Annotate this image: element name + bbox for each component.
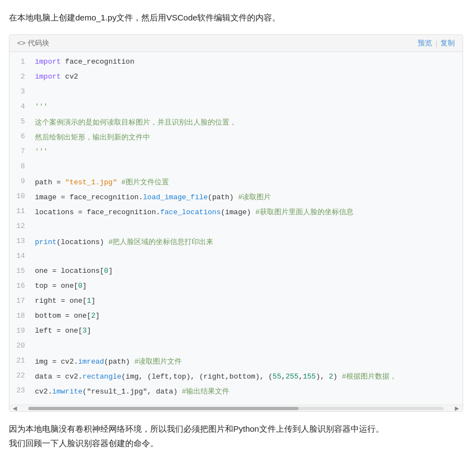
intro-text: 在本地电脑上创建demo_1.py文件，然后用VSCode软件编辑文件的内容。 bbox=[9, 11, 463, 24]
table-row: 18bottom = one[2] bbox=[9, 311, 463, 325]
line-code: path = "test_1.jpg" #图片文件位置 bbox=[33, 176, 463, 191]
line-code: image = face_recognition.load_image_file… bbox=[33, 191, 463, 206]
code-area: 1import face_recognition2import cv23 4''… bbox=[9, 52, 463, 405]
table-row: 5这个案例演示的是如何读取目标图片，并且识别出人脸的位置， bbox=[9, 116, 463, 131]
scrollbar-thumb bbox=[28, 407, 299, 410]
line-code: import face_recognition bbox=[33, 56, 463, 71]
table-row: 21img = cv2.imread(path) #读取图片文件 bbox=[9, 355, 463, 370]
table-row: 12 bbox=[9, 221, 463, 236]
line-code: one = locations[0] bbox=[33, 266, 463, 281]
table-row: 10image = face_recognition.load_image_fi… bbox=[9, 191, 463, 206]
line-code: ''' bbox=[33, 146, 463, 161]
scrollbar-area: ◀ ▶ bbox=[9, 405, 463, 411]
table-row: 13print(locations) #把人脸区域的坐标信息打印出来 bbox=[9, 236, 463, 251]
line-code: 这个案例演示的是如何读取目标图片，并且识别出人脸的位置， bbox=[33, 116, 463, 131]
line-code: img = cv2.imread(path) #读取图片文件 bbox=[33, 355, 463, 370]
line-code: import cv2 bbox=[33, 71, 463, 86]
code-block-actions: 预览 | 复制 bbox=[418, 38, 455, 48]
table-row: 14 bbox=[9, 251, 463, 266]
line-number: 4 bbox=[9, 101, 33, 116]
line-code: ''' bbox=[33, 101, 463, 116]
table-row: 2import cv2 bbox=[9, 71, 463, 86]
line-number: 21 bbox=[9, 355, 33, 370]
line-code: bottom = one[2] bbox=[33, 311, 463, 325]
line-number: 19 bbox=[9, 325, 33, 340]
line-code bbox=[33, 86, 463, 101]
line-number: 13 bbox=[9, 236, 33, 251]
line-code: left = one[3] bbox=[33, 325, 463, 340]
line-number: 11 bbox=[9, 206, 33, 221]
code-table: 1import face_recognition2import cv23 4''… bbox=[9, 56, 463, 400]
line-code bbox=[33, 161, 463, 176]
table-row: 11locations = face_recognition.face_loca… bbox=[9, 206, 463, 221]
line-number: 16 bbox=[9, 281, 33, 296]
line-code: cv2.imwrite("result_1.jpg", data) #输出结果文… bbox=[33, 385, 463, 400]
line-number: 8 bbox=[9, 161, 33, 176]
table-row: 3 bbox=[9, 86, 463, 101]
outro-line1: 因为本地电脑没有卷积神经网络环境，所以我们必须把图片和Python文件上传到人脸… bbox=[9, 422, 463, 436]
preview-button[interactable]: 预览 bbox=[418, 39, 432, 47]
table-row: 8 bbox=[9, 161, 463, 176]
line-number: 10 bbox=[9, 191, 33, 206]
copy-button[interactable]: 复制 bbox=[440, 39, 455, 47]
line-code bbox=[33, 340, 463, 355]
line-code: top = one[0] bbox=[33, 281, 463, 296]
outro-line2: 我们回顾一下人脸识别容器创建的命令。 bbox=[9, 436, 463, 451]
table-row: 16top = one[0] bbox=[9, 281, 463, 296]
table-row: 7''' bbox=[9, 146, 463, 161]
scrollbar-track[interactable] bbox=[28, 407, 444, 410]
line-code: locations = face_recognition.face_locati… bbox=[33, 206, 463, 221]
code-block-title: <> 代码块 bbox=[17, 38, 49, 48]
table-row: 19left = one[3] bbox=[9, 325, 463, 340]
table-row: 20 bbox=[9, 340, 463, 355]
line-number: 23 bbox=[9, 385, 33, 400]
line-code bbox=[33, 251, 463, 266]
line-code: data = cv2.rectangle(img, (left,top), (r… bbox=[33, 370, 463, 385]
line-number: 2 bbox=[9, 71, 33, 86]
code-block-wrapper: <> 代码块 预览 | 复制 1import face_recognition2… bbox=[9, 34, 463, 412]
table-row: 9path = "test_1.jpg" #图片文件位置 bbox=[9, 176, 463, 191]
line-number: 7 bbox=[9, 146, 33, 161]
line-code bbox=[33, 221, 463, 236]
line-number: 22 bbox=[9, 370, 33, 385]
scroll-right-arrow[interactable]: ▶ bbox=[454, 405, 460, 411]
table-row: 15one = locations[0] bbox=[9, 266, 463, 281]
table-row: 17right = one[1] bbox=[9, 296, 463, 311]
scroll-left-arrow[interactable]: ◀ bbox=[12, 405, 18, 411]
line-number: 9 bbox=[9, 176, 33, 191]
line-number: 12 bbox=[9, 221, 33, 236]
line-code: print(locations) #把人脸区域的坐标信息打印出来 bbox=[33, 236, 463, 251]
outro-text: 因为本地电脑没有卷积神经网络环境，所以我们必须把图片和Python文件上传到人脸… bbox=[9, 422, 463, 450]
line-code: 然后绘制出矩形，输出到新的文件中 bbox=[33, 131, 463, 146]
line-number: 15 bbox=[9, 266, 33, 281]
table-row: 22data = cv2.rectangle(img, (left,top), … bbox=[9, 370, 463, 385]
table-row: 1import face_recognition bbox=[9, 56, 463, 71]
line-number: 6 bbox=[9, 131, 33, 146]
line-number: 17 bbox=[9, 296, 33, 311]
line-code: right = one[1] bbox=[33, 296, 463, 311]
table-row: 23cv2.imwrite("result_1.jpg", data) #输出结… bbox=[9, 385, 463, 400]
table-row: 6然后绘制出矩形，输出到新的文件中 bbox=[9, 131, 463, 146]
line-number: 20 bbox=[9, 340, 33, 355]
action-divider: | bbox=[435, 39, 437, 47]
table-row: 4''' bbox=[9, 101, 463, 116]
line-number: 1 bbox=[9, 56, 33, 71]
line-number: 18 bbox=[9, 311, 33, 325]
line-number: 5 bbox=[9, 116, 33, 131]
line-number: 14 bbox=[9, 251, 33, 266]
code-block-header: <> 代码块 预览 | 复制 bbox=[9, 35, 463, 52]
line-number: 3 bbox=[9, 86, 33, 101]
